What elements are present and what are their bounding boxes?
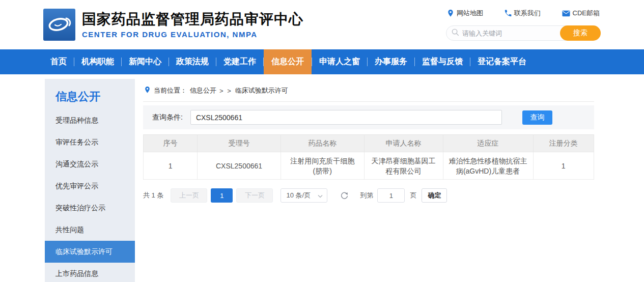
cell-drug-name: 注射用间充质干细胞(脐带) — [281, 152, 364, 180]
sidebar-item-review-tasks[interactable]: 审评任务公示 — [45, 131, 135, 153]
col-header-indication: 适应症 — [443, 135, 533, 152]
breadcrumb-separator: > > — [219, 87, 232, 95]
search-input[interactable] — [462, 30, 559, 37]
sidebar-item-marketed-drugs[interactable]: 上市药品信息 — [45, 263, 135, 282]
nav-item-news[interactable]: 新闻中心 — [122, 49, 169, 74]
next-page-button[interactable]: 下一页 — [236, 188, 273, 203]
envelope-icon — [562, 10, 570, 17]
sitemap-link[interactable]: 网站地图 — [447, 9, 483, 18]
nav-item-home[interactable]: 首页 — [43, 49, 74, 74]
site-subtitle: CENTER FOR DRUG EVALUATION, NMPA — [82, 30, 303, 39]
goto-page-input[interactable] — [377, 188, 405, 203]
location-pin-icon — [447, 9, 454, 17]
nav-item-services[interactable]: 办事服务 — [368, 49, 414, 74]
query-panel: 查询条件: 查询 — [143, 105, 594, 129]
sidebar-title: 信息公开 — [45, 89, 135, 104]
cell-seq: 1 — [144, 152, 198, 180]
goto-page-suffix: 页 — [410, 191, 416, 200]
nav-item-supervision[interactable]: 监督与反馈 — [415, 49, 470, 74]
brand: 国家药品监督管理局药品审评中心 CENTER FOR DRUG EVALUATI… — [43, 9, 303, 41]
site-title: 国家药品监督管理局药品审评中心 — [82, 11, 303, 28]
total-count-label: 共 1 条 — [143, 191, 163, 200]
page-size-select[interactable]: 10 条/页 — [281, 188, 327, 203]
breadcrumb: 当前位置：信息公开 > > 临床试验默示许可 — [143, 83, 594, 102]
table-header-row: 序号 受理号 药品名称 申请人名称 适应症 注册分类 — [144, 135, 594, 152]
mailbox-link[interactable]: CDE邮箱 — [562, 9, 600, 18]
sitemap-label: 网站地图 — [457, 9, 483, 18]
breadcrumb-section-link[interactable]: 信息公开 — [190, 86, 216, 95]
search-icon — [452, 29, 459, 38]
contact-label: 联系我们 — [514, 9, 541, 18]
nav-item-party[interactable]: 党建工作 — [216, 49, 263, 74]
site-header: 国家药品监督管理局药品审评中心 CENTER FOR DRUG EVALUATI… — [0, 0, 644, 49]
chevron-down-icon — [318, 192, 323, 200]
goto-page-label: 到第 — [360, 191, 373, 200]
col-header-registration-class: 注册分类 — [533, 135, 594, 152]
page-size-value: 10 条/页 — [286, 191, 311, 200]
col-header-drug-name: 药品名称 — [281, 135, 364, 152]
top-links: 网站地图 联系我们 CDE邮箱 — [446, 9, 601, 18]
prev-page-button[interactable]: 上一页 — [171, 188, 207, 203]
query-condition-label: 查询条件: — [152, 113, 183, 122]
keyword-search: 搜索 — [446, 25, 601, 41]
col-header-seq: 序号 — [144, 135, 198, 152]
sidebar-item-accepted-varieties[interactable]: 受理品种信息 — [45, 109, 135, 131]
cell-indication: 难治性急性移植物抗宿主病(aGvHD)儿童患者 — [443, 152, 533, 180]
cell-acceptance-no: CXSL2500661 — [198, 152, 281, 180]
sidebar-item-priority-review[interactable]: 优先审评公示 — [45, 175, 135, 197]
col-header-applicant: 申请人名称 — [364, 135, 443, 152]
search-button[interactable]: 搜索 — [560, 25, 601, 41]
main-navbar: 首页 机构职能 新闻中心 政策法规 党建工作 信息公开 申请人之窗 办事服务 监… — [0, 49, 644, 74]
refresh-icon[interactable] — [340, 191, 349, 200]
phone-icon — [505, 10, 512, 17]
page-number-button[interactable]: 1 — [211, 188, 233, 203]
nav-item-applicant-window[interactable]: 申请人之窗 — [312, 49, 367, 74]
col-header-acceptance-no: 受理号 — [198, 135, 281, 152]
query-condition-input[interactable] — [190, 110, 502, 125]
cde-logo-icon — [43, 9, 75, 41]
breadcrumb-current: 临床试验默示许可 — [235, 86, 288, 95]
query-button[interactable]: 查询 — [522, 110, 552, 125]
results-table: 序号 受理号 药品名称 申请人名称 适应症 注册分类 1 CXSL2500661… — [143, 134, 594, 180]
mailbox-label: CDE邮箱 — [573, 9, 600, 18]
cell-registration-class: 1 — [533, 152, 594, 180]
contact-link[interactable]: 联系我们 — [505, 9, 541, 18]
pagination: 共 1 条 上一页 1 下一页 10 条/页 到第 页 确定 — [143, 188, 594, 203]
sidebar-item-clinical-trial-implied-license[interactable]: 临床试验默示许可 — [45, 241, 135, 263]
nav-item-info-disclosure[interactable]: 信息公开 — [264, 49, 312, 74]
sidebar-item-breakthrough-therapy[interactable]: 突破性治疗公示 — [45, 197, 135, 219]
confirm-button[interactable]: 确定 — [422, 188, 447, 203]
breadcrumb-pin-icon — [144, 86, 151, 95]
cell-applicant: 天津昂赛细胞基因工程有限公司 — [364, 152, 443, 180]
sidebar: 信息公开 受理品种信息 审评任务公示 沟通交流公示 优先审评公示 突破性治疗公示… — [45, 79, 135, 282]
breadcrumb-prefix: 当前位置： — [154, 86, 187, 95]
sidebar-item-communication[interactable]: 沟通交流公示 — [45, 153, 135, 175]
sidebar-item-common-issues[interactable]: 共性问题 — [45, 219, 135, 241]
nav-item-functions[interactable]: 机构职能 — [74, 49, 121, 74]
nav-item-policy[interactable]: 政策法规 — [169, 49, 216, 74]
table-row: 1 CXSL2500661 注射用间充质干细胞(脐带) 天津昂赛细胞基因工程有限… — [144, 152, 594, 180]
nav-item-registration-platform[interactable]: 登记备案平台 — [470, 49, 534, 74]
